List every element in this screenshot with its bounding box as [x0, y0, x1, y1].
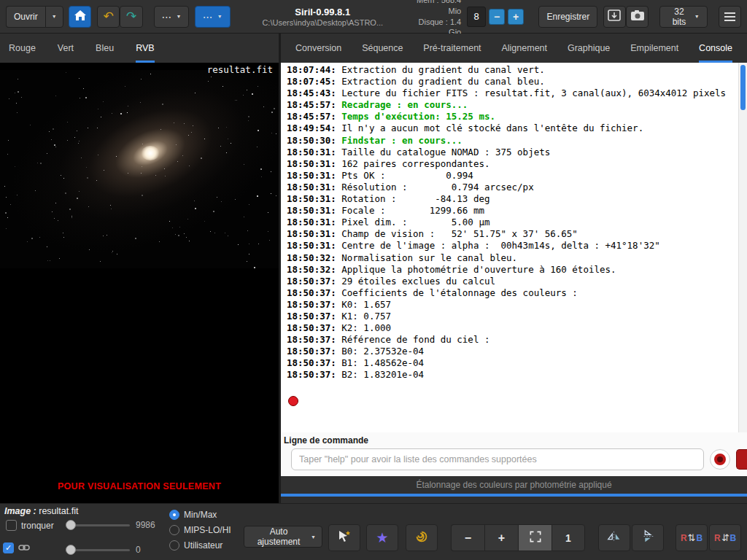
open-recent-dropdown-button[interactable]: ▼ [45, 6, 63, 28]
pick-star-button[interactable] [328, 524, 360, 551]
radio-icon [169, 510, 179, 520]
astrometry-button[interactable] [406, 524, 438, 551]
swap-rb-apply-button[interactable]: R ⇅ B [709, 524, 741, 551]
threads-decrease-button[interactable]: − [489, 9, 505, 25]
console-line: 18:50:31: Taille du catalogue NOMAD : 37… [287, 147, 735, 158]
workflow-tab[interactable]: Conversion [295, 34, 341, 63]
log-timestamp: 18:50:37: [287, 299, 336, 310]
threads-increase-button[interactable]: + [508, 9, 524, 25]
export-icon [607, 9, 622, 24]
channel-tab[interactable]: Rouge [9, 34, 36, 63]
home-button[interactable] [69, 6, 91, 28]
truncate-control[interactable]: tronquer [6, 520, 54, 531]
log-message: Findstar : en cours... [336, 135, 462, 146]
current-image-label: Image : resultat.fit [4, 506, 78, 516]
console-line: 18:50:37: K1: 0.757 [287, 311, 735, 322]
lo-cutoff-slider[interactable] [66, 545, 130, 555]
open-button[interactable]: Ouvrir [6, 6, 45, 28]
star-detection-button[interactable]: ★ [366, 524, 398, 551]
scrollbar-thumb[interactable] [740, 65, 746, 110]
console-line: 18:50:32: Normalisation sur le canal ble… [287, 252, 735, 264]
mirror-x-button[interactable] [598, 524, 630, 551]
channel-tab[interactable]: Bleu [96, 34, 114, 63]
panel-gap [281, 497, 747, 503]
radio-icon [169, 540, 179, 551]
lifebuoy-icon [714, 454, 726, 465]
workflow-tab[interactable]: Graphique [568, 34, 610, 63]
display-mode-radio[interactable]: MIPS-LO/HI [169, 525, 231, 535]
log-timestamp: 18:50:31: [287, 193, 336, 204]
fit-view-icon [528, 529, 543, 546]
image-panel: Rouge Vert Bleu RVB resultat.fit POUR VI… [0, 34, 281, 503]
hi-cutoff-value: 9986 [136, 520, 155, 530]
slider-handle[interactable] [66, 520, 76, 530]
channel-tab[interactable]: RVB [136, 34, 154, 63]
log-message: Champ de vision : 52' 51.75" x 37' 56.65… [336, 228, 578, 239]
channel-tab[interactable]: Vert [58, 34, 74, 63]
hi-cutoff-slider[interactable] [66, 520, 130, 530]
workflow-tab[interactable]: Empilement [630, 34, 678, 63]
log-timestamp: 18:50:37: [287, 311, 336, 322]
swap-rb-preview-button[interactable]: R ⇅ B [676, 524, 708, 551]
command-help-button[interactable] [710, 449, 730, 470]
log-timestamp: 18:45:57: [287, 111, 336, 122]
camera-icon [630, 9, 645, 23]
zoom-in-button[interactable]: + [484, 524, 518, 551]
threads-entry[interactable]: 8 [467, 7, 486, 27]
redo-icon: ↷ [126, 10, 136, 23]
save-button[interactable]: Enregistrer [538, 6, 597, 28]
workflow-tab[interactable]: Pré-traitement [423, 34, 481, 63]
console-line: 18:50:31: Centre de l'image : alpha : 00… [287, 240, 735, 252]
console-scrollbar[interactable] [738, 63, 747, 432]
radio-label: Min/Max [184, 510, 217, 520]
display-mode-radio[interactable]: Min/Max [169, 510, 231, 520]
image-viewport[interactable]: resultat.fit POUR VISUALISATION SEULEMEN… [0, 63, 279, 503]
viewer-toolbar: ★ − + 1 R ⇅ [328, 524, 741, 551]
mirror-y-button[interactable] [632, 524, 664, 551]
stop-button[interactable] [736, 449, 747, 470]
zoom-one-button[interactable]: 1 [551, 524, 585, 551]
console-line: 18:50:31: Rotation : -84.13 deg [287, 193, 735, 205]
console-line: 18:45:43: Lecture du fichier FITS : resu… [287, 88, 735, 99]
swap-rb-icon: R ⇅ B [681, 532, 703, 543]
scripts-menu-button[interactable]: ⋯ ▼ [154, 6, 190, 28]
star-icon: ★ [376, 531, 388, 545]
save-as-button[interactable] [603, 6, 626, 28]
log-message: Temps d'exécution: 15.25 ms. [336, 111, 495, 122]
link-checkbox[interactable]: ✓ [3, 542, 14, 553]
link-cutoffs-control[interactable]: ✓ [3, 542, 30, 553]
display-mode-radio[interactable]: Utilisateur [169, 540, 231, 551]
zoom-out-button[interactable]: − [451, 524, 484, 551]
undo-button[interactable]: ↶ [97, 6, 120, 28]
workflow-tab[interactable]: Séquence [362, 34, 403, 63]
redo-button[interactable]: ↷ [120, 6, 142, 28]
slider-handle[interactable] [66, 545, 76, 555]
workflow-tab[interactable]: Alignement [501, 34, 547, 63]
minus-icon: − [465, 532, 471, 545]
truncate-checkbox[interactable] [6, 520, 17, 531]
log-timestamp: 18:50:31: [287, 240, 336, 251]
workflow-tab[interactable]: Console [699, 34, 732, 63]
console-line: 18:50:37: Référence de fond du ciel : [287, 334, 735, 346]
log-message: Extraction du gradient du canal vert. [336, 64, 545, 75]
processing-menu-button[interactable]: ⋯ ▼ [195, 6, 231, 28]
menu-button[interactable] [719, 6, 741, 28]
workflow-tabbar: Conversion Séquence Pré-traitement Align… [281, 34, 747, 63]
console-line: 18:50:37: B2: 1.83201e-04 [287, 369, 735, 381]
command-input[interactable] [291, 448, 704, 470]
spiral-galaxy-icon [414, 529, 430, 547]
fit-view-button[interactable] [518, 524, 551, 551]
processing-indicator-icon [288, 396, 298, 406]
control-panel: Conversion Séquence Pré-traitement Align… [281, 34, 747, 503]
snapshot-button[interactable] [626, 6, 649, 28]
window-title: Siril-0.99.8.1 [255, 7, 390, 18]
console-line: 18:50:37: K2: 1.000 [287, 322, 735, 334]
console-line: 18:50:37: Coefficients de l'étalonnage d… [287, 287, 735, 299]
adjustment-dropdown[interactable]: Auto ajustement ▼ [244, 526, 322, 548]
console-lines: 18:07:44: Extraction du gradient du cana… [281, 63, 747, 381]
console-line: 18:50:37: B1: 1.48562e-04 [287, 357, 735, 369]
log-message: Il n'y a aucun mot clé stocké dans l'ent… [336, 122, 643, 133]
console-line: 18:50:31: Focale : 1299.66 mm [287, 205, 735, 217]
bit-depth-dropdown[interactable]: 32 bits ▼ [659, 6, 708, 28]
console-line: 18:50:31: Pts OK : 0.994 [287, 170, 735, 182]
